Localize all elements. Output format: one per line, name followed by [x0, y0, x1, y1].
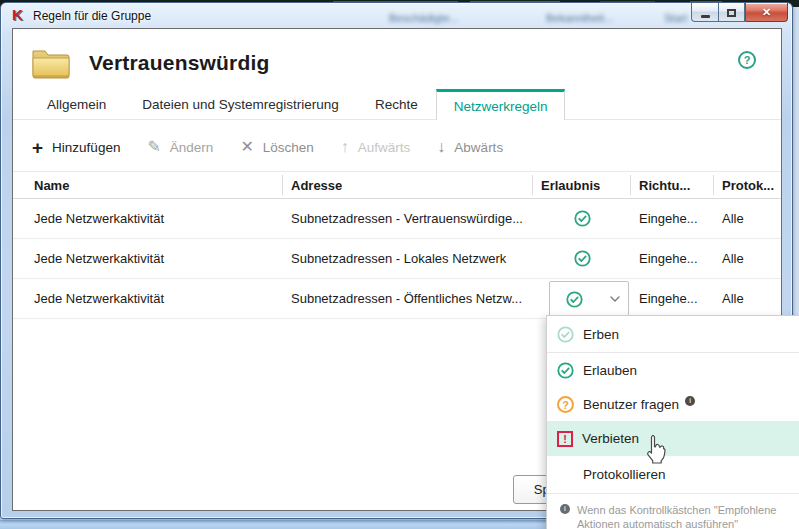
move-up-button-label: Aufwärts [358, 140, 411, 155]
menu-item-label: Protokollieren [583, 467, 666, 482]
pencil-icon: ✎ [147, 139, 160, 155]
x-icon: ✕ [240, 139, 253, 155]
rule-direction: Eingehe... [631, 211, 714, 226]
rule-address: Subnetzadressen - Vertrauenswürdige... [283, 211, 533, 226]
column-header-richtung[interactable]: Richtu... [631, 175, 714, 195]
inherit-check-icon [557, 326, 574, 343]
title-bar[interactable]: K Regeln für die Gruppe Beschädigte... B… [1, 3, 792, 28]
edit-button-label: Ändern [170, 140, 214, 155]
table-row[interactable]: Jede Netzwerkaktivität Subnetzadressen -… [13, 199, 781, 239]
rule-protocol: Alle [714, 211, 781, 226]
close-icon: ✕ [762, 6, 771, 19]
rule-name: Jede Netzwerkaktivität [13, 251, 283, 266]
help-icon[interactable]: ? [738, 51, 756, 69]
move-up-button[interactable]: ↑ Aufwärts [341, 139, 411, 155]
toolbar: + Hinzufügen ✎ Ändern ✕ Löschen ↑ Aufwär… [13, 129, 781, 165]
delete-button-label: Löschen [263, 140, 314, 155]
tab-allgemein[interactable]: Allgemein [29, 89, 124, 119]
menu-item-label: Erben [583, 327, 619, 342]
move-down-button-label: Abwärts [454, 140, 503, 155]
delete-button[interactable]: ✕ Löschen [240, 139, 313, 155]
menu-item-protokollieren[interactable]: Protokollieren [547, 456, 799, 493]
rule-direction: Eingehe... [631, 251, 714, 266]
rule-name: Jede Netzwerkaktivität [13, 211, 283, 226]
rule-name: Jede Netzwerkaktivität [13, 291, 283, 306]
close-button[interactable]: ✕ [745, 3, 788, 22]
add-button[interactable]: + Hinzufügen [32, 138, 120, 157]
menu-item-erlauben[interactable]: Erlauben [547, 353, 799, 388]
rule-permission-cell[interactable] [533, 250, 631, 267]
column-header-adresse[interactable]: Adresse [283, 175, 533, 195]
column-header-protokoll[interactable]: Protok... [714, 175, 781, 195]
menu-item-label: Erlauben [583, 363, 637, 378]
cursor-icon [643, 433, 669, 465]
background-blurred-label: Start [664, 12, 687, 24]
minimize-icon [701, 15, 710, 18]
menu-item-benutzer-fragen[interactable]: ? Benutzer fragen i [547, 388, 799, 421]
arrow-up-icon: ↑ [341, 139, 349, 155]
column-header-erlaubnis[interactable]: Erlaubnis [533, 175, 631, 195]
menu-footnote-text: Wenn das Kontrollkästchen "Empfohlene Ak… [577, 504, 776, 529]
block-exclamation-icon: ! [557, 431, 573, 447]
table-header: Name Adresse Erlaubnis Richtu... Protok.… [13, 171, 781, 199]
permission-dropdown-trigger[interactable] [549, 281, 629, 317]
window-title: Regeln für die Gruppe [33, 9, 151, 23]
column-header-name[interactable]: Name [13, 175, 283, 195]
rule-address: Subnetzadressen - Lokales Netzwerk [283, 251, 533, 266]
allow-check-icon [574, 210, 591, 227]
plus-icon: + [32, 138, 43, 157]
allow-check-icon [566, 291, 583, 308]
tab-netzwerkregeln[interactable]: Netzwerkregeln [436, 89, 566, 120]
tab-rechte[interactable]: Rechte [357, 89, 436, 119]
kaspersky-logo-icon: K [11, 8, 27, 24]
menu-item-label: Benutzer fragen [583, 397, 679, 412]
rule-protocol: Alle [714, 251, 781, 266]
move-down-button[interactable]: ↓ Abwärts [437, 139, 503, 155]
rule-direction: Eingehe... [631, 291, 714, 306]
table-row[interactable]: Jede Netzwerkaktivität Subnetzadressen -… [13, 279, 781, 319]
maximize-button[interactable] [718, 3, 745, 22]
arrow-down-icon: ↓ [437, 139, 445, 155]
group-header: Vertrauenswürdig [31, 46, 270, 79]
background-blurred-label: Bekanntheit... [546, 12, 613, 24]
network-rules-table: Name Adresse Erlaubnis Richtu... Protok.… [13, 171, 781, 319]
rule-address: Subnetzadressen - Öffentliches Netzw... [283, 291, 533, 306]
table-row[interactable]: Jede Netzwerkaktivität Subnetzadressen -… [13, 239, 781, 279]
minimize-button[interactable] [691, 3, 718, 22]
rule-permission-cell[interactable] [533, 210, 631, 227]
menu-item-verbieten[interactable]: ! Verbieten [547, 421, 799, 456]
allow-check-icon [574, 250, 591, 267]
permission-dropdown-menu: Erben Erlauben ? Benutzer fragen i ! Ver… [546, 315, 799, 529]
rule-protocol: Alle [714, 291, 781, 306]
window-controls: ✕ [691, 3, 788, 22]
tab-dateien-und-systemregistrierung[interactable]: Dateien und Systemregistrierung [124, 89, 357, 119]
ask-question-icon: ? [557, 396, 574, 413]
menu-footnote: i Wenn das Kontrollkästchen "Empfohlene … [547, 494, 792, 529]
add-button-label: Hinzufügen [52, 140, 120, 155]
chevron-down-icon [610, 296, 620, 302]
folder-icon [31, 46, 71, 79]
background-blurred-label: Beschädigte... [389, 12, 459, 24]
tab-bar: Allgemein Dateien und Systemregistrierun… [13, 89, 781, 120]
info-icon: i [560, 504, 570, 514]
edit-button[interactable]: ✎ Ändern [147, 139, 213, 155]
menu-item-label: Verbieten [582, 431, 639, 446]
menu-item-erben[interactable]: Erben [547, 316, 799, 352]
info-icon: i [685, 396, 695, 406]
maximize-icon [727, 9, 736, 17]
allow-check-icon [557, 362, 574, 379]
page-title: Vertrauenswürdig [89, 51, 270, 75]
